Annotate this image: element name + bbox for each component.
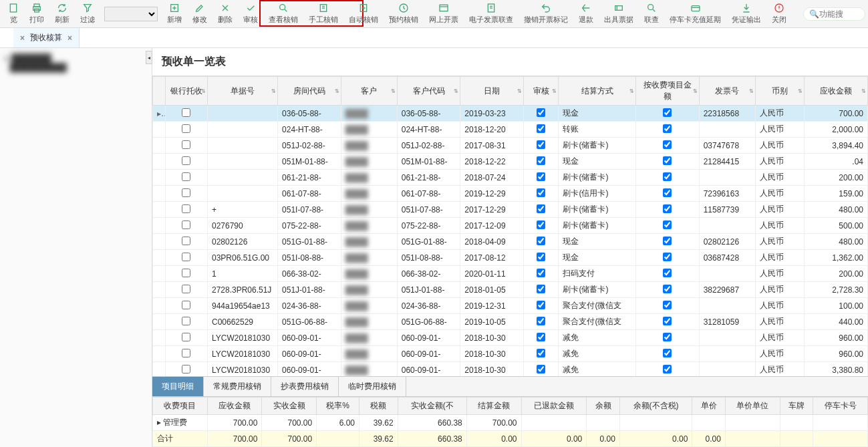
column-header[interactable]: 客户代码⇅ [397, 77, 460, 106]
bank-checkbox[interactable] [182, 108, 190, 117]
audit-checkbox[interactable] [537, 108, 545, 117]
byitem-checkbox[interactable] [663, 140, 672, 149]
table-row[interactable]: C00662529051G-06-88-████051G-06-88-2019-… [153, 314, 868, 330]
byitem-checkbox[interactable] [663, 220, 672, 229]
toolbar-edit-button[interactable]: 修改 [187, 1, 212, 26]
byitem-checkbox[interactable] [663, 156, 672, 165]
column-header[interactable]: 发票号⇅ [699, 77, 755, 106]
column-header[interactable]: 日期⇅ [460, 77, 524, 106]
audit-checkbox[interactable] [537, 317, 545, 325]
sort-icon[interactable]: ⇅ [629, 88, 634, 94]
toolbar-doc-button[interactable]: 览 [3, 1, 24, 26]
toolbar-ticket-button[interactable]: 出具票据 [599, 1, 639, 26]
byitem-checkbox[interactable] [663, 188, 672, 197]
audit-checkbox[interactable] [537, 301, 545, 309]
bank-checkbox[interactable] [182, 253, 190, 261]
sort-icon[interactable]: ⇅ [861, 88, 866, 94]
audit-checkbox[interactable] [537, 124, 545, 133]
function-search[interactable]: 🔍 [803, 7, 865, 21]
sort-icon[interactable]: ⇅ [798, 88, 803, 94]
toolbar-link-button[interactable]: 联查 [639, 1, 664, 26]
sort-icon[interactable]: ⇅ [335, 88, 339, 94]
detail-grid[interactable]: 收费项目应收金额实收金额税率%税额实收金额(不结算金额已退款金额余额余额(不含税… [152, 397, 868, 447]
column-header[interactable]: 银行托收⇅ [165, 77, 207, 106]
detail-column-header[interactable]: 税额 [359, 398, 398, 415]
main-grid[interactable]: 银行托收⇅单据号⇅房间代码⇅客户⇅客户代码⇅日期⇅审核⇅结算方式⇅按收费项目金额… [152, 76, 868, 376]
table-row[interactable]: 944a19654ae13024-36-88-████024-36-88-201… [153, 298, 868, 314]
detail-column-header[interactable]: 收费项目 [153, 398, 208, 415]
column-header[interactable]: 单据号⇅ [207, 77, 277, 106]
toolbar-einvoice-button[interactable]: 电子发票联查 [464, 1, 519, 26]
tab-prepaid[interactable]: × 预收核算 × [13, 28, 80, 47]
byitem-checkbox[interactable] [663, 108, 672, 117]
search-input[interactable] [819, 9, 859, 19]
column-header[interactable]: 按收费项目金额⇅ [636, 77, 700, 106]
table-row[interactable]: LYCW20181030060-09-01-████060-09-01-2018… [153, 362, 868, 377]
toolbar-dropdown[interactable] [104, 7, 158, 21]
bank-checkbox[interactable] [182, 285, 190, 293]
toolbar-search-button[interactable]: 查看核销 [263, 1, 303, 26]
detail-column-header[interactable]: 车牌 [780, 398, 813, 415]
table-row[interactable]: LYCW20181030060-09-01-████060-09-01-2018… [153, 346, 868, 362]
detail-column-header[interactable]: 结算金额 [466, 398, 521, 415]
table-row[interactable]: 02802126051G-01-88-████051G-01-88-2018-0… [153, 234, 868, 250]
detail-column-header[interactable]: 已退款金额 [521, 398, 587, 415]
toolbar-delete-button[interactable]: 删除 [212, 1, 238, 26]
bank-checkbox[interactable] [182, 333, 190, 341]
table-row[interactable]: 061-21-88-████061-21-88-2018-07-24刷卡(储蓄卡… [153, 170, 868, 186]
column-header[interactable]: 币别⇅ [755, 77, 805, 106]
audit-checkbox[interactable] [537, 156, 545, 165]
bank-checkbox[interactable] [182, 140, 190, 149]
sort-icon[interactable]: ⇅ [693, 88, 698, 94]
sort-icon[interactable]: ⇅ [552, 88, 557, 94]
detail-column-header[interactable]: 应收金额 [207, 398, 262, 415]
table-row[interactable]: ▸036-05-88-████036-05-88-2019-03-23现金223… [153, 106, 868, 122]
toolbar-card-button[interactable]: 停车卡充值延期 [664, 1, 726, 26]
audit-checkbox[interactable] [537, 237, 545, 245]
sort-icon[interactable]: ⇅ [517, 88, 522, 94]
toolbar-close-button[interactable]: 关闭 [766, 1, 792, 26]
close-icon[interactable]: × [20, 33, 25, 43]
audit-checkbox[interactable] [537, 172, 545, 181]
detail-row[interactable]: ▸ 管理费700.00700.006.0039.62660.38700.00 [153, 415, 868, 431]
toolbar-filter-button[interactable]: 过滤 [75, 1, 100, 26]
audit-checkbox[interactable] [537, 253, 545, 261]
sort-icon[interactable]: ⇅ [391, 88, 396, 94]
table-row[interactable]: LYCW20181030060-09-01-████060-09-01-2018… [153, 330, 868, 346]
column-header[interactable]: 应收金额⇅ [805, 77, 868, 106]
detail-tab[interactable]: 抄表费用核销 [271, 377, 339, 396]
byitem-checkbox[interactable] [663, 237, 672, 245]
bank-checkbox[interactable] [182, 188, 190, 197]
toolbar-undo-button[interactable]: 撤销开票标记 [519, 1, 573, 26]
toolbar-back-button[interactable]: 退款 [573, 1, 599, 26]
detail-column-header[interactable]: 单价单位 [725, 398, 780, 415]
bank-checkbox[interactable] [182, 317, 190, 325]
detail-column-header[interactable]: 余额 [587, 398, 620, 415]
detail-tab[interactable]: 常规费用核销 [204, 377, 271, 396]
byitem-checkbox[interactable] [663, 365, 672, 374]
byitem-checkbox[interactable] [663, 317, 672, 325]
bank-checkbox[interactable] [182, 172, 190, 181]
toolbar-web-button[interactable]: 网上开票 [424, 1, 464, 26]
table-row[interactable]: 03PR06.51G.00051I-08-88-████051I-08-88-2… [153, 250, 868, 266]
bank-checkbox[interactable] [182, 124, 190, 133]
column-header[interactable]: 客户⇅ [341, 77, 397, 106]
byitem-checkbox[interactable] [663, 204, 672, 213]
close-icon[interactable]: × [67, 33, 72, 43]
byitem-checkbox[interactable] [663, 172, 672, 181]
audit-checkbox[interactable] [537, 269, 545, 277]
column-header[interactable] [153, 77, 166, 106]
sort-icon[interactable]: ⇅ [271, 88, 276, 94]
table-row[interactable]: 061-07-88-████061-07-88-2019-12-29刷卡(信用卡… [153, 186, 868, 202]
sort-icon[interactable]: ⇅ [454, 88, 458, 94]
table-row[interactable]: 051J-02-88-████051J-02-88-2017-08-31刷卡(储… [153, 138, 868, 154]
audit-checkbox[interactable] [537, 349, 545, 357]
detail-tab[interactable]: 项目明细 [152, 377, 204, 396]
bank-checkbox[interactable] [182, 220, 190, 229]
table-row[interactable]: 1066-38-02-████066-38-02-2020-01-11扫码支付人… [153, 266, 868, 282]
byitem-checkbox[interactable] [663, 269, 672, 277]
audit-checkbox[interactable] [537, 333, 545, 341]
byitem-checkbox[interactable] [663, 285, 672, 293]
detail-column-header[interactable]: 单价 [692, 398, 726, 415]
detail-column-header[interactable]: 余额(不含税) [619, 398, 692, 415]
